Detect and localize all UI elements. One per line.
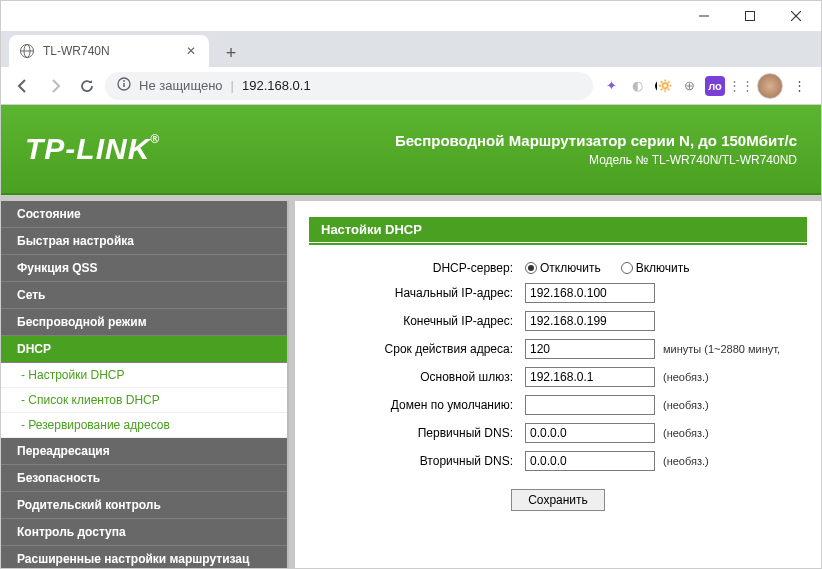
menu-icon[interactable]: ⋮ [789,76,809,96]
sidebar-item[interactable]: Беспроводной режим [1,309,287,336]
product-info: Беспроводной Маршрутизатор серии N, до 1… [395,132,797,167]
extension-icon[interactable]: ⋮⋮ [731,76,751,96]
maximize-button[interactable] [727,1,773,31]
dhcp-enable-radio[interactable]: Включить [621,261,690,275]
close-window-button[interactable] [773,1,819,31]
section-title: Настойки DHCP [309,217,807,242]
section-header: Настойки DHCP [309,217,807,245]
domain-label: Домен по умолчанию: [315,398,525,412]
separator: | [231,78,234,93]
forward-button[interactable] [41,72,69,100]
dns1-input[interactable] [525,423,655,443]
header-banner: TP-LINK® Беспроводной Маршрутизатор сери… [1,105,821,195]
new-tab-button[interactable]: + [217,39,245,67]
sidebar-item[interactable]: Сеть [1,282,287,309]
address-bar[interactable]: Не защищено | 192.168.0.1 [105,72,593,100]
close-tab-icon[interactable]: ✕ [183,43,199,59]
gateway-input[interactable] [525,367,655,387]
security-label: Не защищено [139,78,223,93]
extension-icon[interactable]: ло [705,76,725,96]
tab-strip: TL-WR740N ✕ + [1,31,821,67]
sidebar-item[interactable]: Контроль доступа [1,519,287,546]
start-ip-label: Начальный IP-адрес: [315,286,525,300]
start-ip-input[interactable] [525,283,655,303]
lease-hint: минуты (1~2880 минут, [663,343,780,355]
dns2-input[interactable] [525,451,655,471]
tab-title: TL-WR740N [43,44,110,58]
dhcp-server-label: DHCP-сервер: [315,261,525,275]
save-button[interactable]: Сохранить [511,489,605,511]
end-ip-input[interactable] [525,311,655,331]
url-text: 192.168.0.1 [242,78,311,93]
sidebar-item[interactable]: Быстрая настройка [1,228,287,255]
sidebar-item[interactable]: Безопасность [1,465,287,492]
svg-point-9 [123,80,125,82]
sidebar-item[interactable]: Родительский контроль [1,492,287,519]
browser-toolbar: Не защищено | 192.168.0.1 ✦ ◐ 🔅 ⊕ ло ⋮⋮ … [1,67,821,105]
sidebar-sub-item[interactable]: - Резервирование адресов [1,413,287,438]
page-content: TP-LINK® Беспроводной Маршрутизатор сери… [1,105,821,568]
extension-icon[interactable]: ◐ [627,76,647,96]
dns1-label: Первичный DNS: [315,426,525,440]
lease-label: Срок действия адреса: [315,342,525,356]
gateway-label: Основной шлюз: [315,370,525,384]
minimize-button[interactable] [681,1,727,31]
extension-icon[interactable]: ⊕ [679,76,699,96]
svg-point-10 [655,80,657,92]
brand-logo: TP-LINK® [25,132,160,166]
sidebar-sub-item[interactable]: - Настройки DHCP [1,363,287,388]
profile-avatar[interactable] [757,73,783,99]
end-ip-label: Конечный IP-адрес: [315,314,525,328]
browser-tab[interactable]: TL-WR740N ✕ [9,35,209,67]
domain-input[interactable] [525,395,655,415]
window-titlebar [1,1,821,31]
dhcp-form: DHCP-сервер: Отключить Включить Начальны… [295,245,821,537]
globe-icon [19,43,35,59]
dns2-label: Вторичный DNS: [315,454,525,468]
product-model: Модель № TL-WR740N/TL-WR740ND [395,153,797,167]
back-button[interactable] [9,72,37,100]
sidebar-item[interactable]: DHCP [1,336,287,363]
domain-hint: (необяз.) [663,399,709,411]
extension-icon[interactable]: 🔅 [653,76,673,96]
sidebar-sub-item[interactable]: - Список клиентов DHCP [1,388,287,413]
sidebar-item[interactable]: Переадресация [1,438,287,465]
extension-icon[interactable]: ✦ [601,76,621,96]
extension-icons: ✦ ◐ 🔅 ⊕ ло ⋮⋮ ⋮ [597,73,813,99]
sidebar-item[interactable]: Расширенные настройки маршрутизац [1,546,287,568]
sidebar-menu: СостояниеБыстрая настройкаФункция QSSСет… [1,201,289,568]
dhcp-disable-radio[interactable]: Отключить [525,261,601,275]
sidebar-item[interactable]: Состояние [1,201,287,228]
lease-input[interactable] [525,339,655,359]
dns2-hint: (необяз.) [663,455,709,467]
main-panel: Настойки DHCP DHCP-сервер: Отключить Вкл… [295,201,821,568]
sidebar-item[interactable]: Функция QSS [1,255,287,282]
product-title: Беспроводной Маршрутизатор серии N, до 1… [395,132,797,149]
dns1-hint: (необяз.) [663,427,709,439]
svg-rect-1 [746,12,755,21]
info-icon [117,77,131,94]
gateway-hint: (необяз.) [663,371,709,383]
reload-button[interactable] [73,72,101,100]
